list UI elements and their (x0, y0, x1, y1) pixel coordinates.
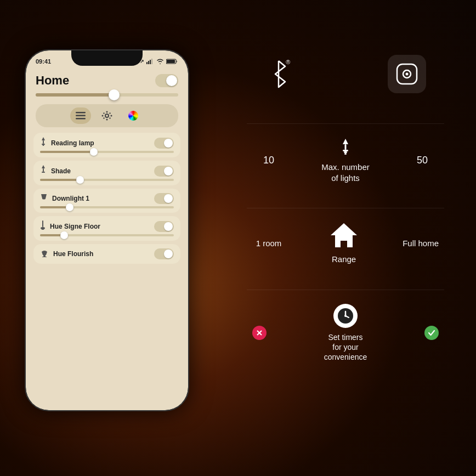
home-header: Home (26, 70, 188, 93)
lights-row: 10 Max. numberof lights 50 (236, 127, 455, 194)
range-left-value: 1 room (252, 239, 285, 248)
svg-point-33 (405, 73, 408, 76)
bluetooth-icon-container: ® (265, 58, 292, 90)
light-slider-shade[interactable] (40, 179, 174, 181)
light-item-reading[interactable]: Reading lamp (33, 133, 180, 157)
svg-rect-7 (76, 115, 86, 117)
light-slider-signe[interactable] (40, 234, 174, 236)
tab-bar (36, 104, 178, 127)
timers-right-dot (424, 326, 439, 340)
svg-point-26 (42, 229, 44, 230)
brightness-slider[interactable] (36, 93, 178, 97)
lights-left-value: 10 (252, 155, 285, 166)
light-item-shade[interactable]: Shade (33, 161, 180, 185)
svg-point-45 (344, 315, 347, 317)
svg-rect-1 (148, 61, 149, 64)
tab-list[interactable] (70, 107, 91, 124)
svg-rect-35 (343, 150, 348, 151)
light-name-downlight: Downlight 1 (52, 195, 89, 202)
range-label: Range (332, 254, 356, 265)
svg-rect-34 (345, 144, 347, 150)
timers-center: Set timersfor yourconvenience (267, 304, 424, 362)
svg-rect-3 (151, 59, 152, 64)
light-toggle-reading[interactable] (154, 138, 174, 149)
brightness-fill (36, 93, 114, 97)
brightness-thumb (109, 89, 120, 100)
svg-point-16 (103, 117, 104, 118)
color-wheel-icon (128, 111, 138, 121)
light-item-downlight[interactable]: Downlight 1 (33, 189, 180, 213)
range-right-value: Full home (403, 239, 439, 248)
house-icon (330, 222, 358, 250)
timers-left-dot (252, 326, 267, 340)
svg-line-29 (273, 61, 279, 66)
lamp-icon-flourish (40, 250, 49, 259)
light-slider-downlight[interactable] (40, 206, 174, 208)
svg-line-30 (273, 82, 279, 87)
range-row: 1 room Range Full home (236, 211, 455, 276)
light-toggle-flourish[interactable] (154, 248, 174, 259)
toggle-knob (166, 75, 177, 86)
connectivity-row: ® (236, 44, 455, 104)
svg-point-13 (111, 115, 112, 117)
svg-marker-38 (331, 223, 357, 247)
home-toggle[interactable] (155, 74, 178, 87)
divider-1 (247, 123, 444, 124)
clock-icon (337, 307, 354, 325)
lamp-center-icon (339, 138, 352, 157)
svg-rect-24 (42, 220, 43, 227)
phone-screen: 09:41 ↗ (26, 50, 188, 410)
svg-point-12 (102, 115, 104, 117)
svg-rect-20 (43, 145, 44, 146)
range-center: Range (285, 222, 403, 265)
lights-label: Max. numberof lights (321, 162, 370, 183)
light-item-flourish[interactable]: Hue Flourish (33, 244, 180, 264)
light-toggle-downlight[interactable] (154, 193, 174, 204)
svg-rect-36 (344, 151, 347, 153)
bridge-icon (395, 62, 419, 86)
svg-point-23 (42, 197, 46, 199)
svg-rect-19 (42, 144, 45, 145)
cross-icon (256, 330, 263, 336)
timers-row: Set timersfor yourconvenience (236, 293, 455, 373)
light-toggle-signe[interactable] (154, 221, 174, 232)
light-toggle-shade[interactable] (154, 166, 174, 177)
light-item-signe[interactable]: Hue Signe Floor (33, 216, 180, 241)
signal-icon (146, 59, 154, 64)
lamp-icon-downlight (40, 194, 48, 203)
home-title: Home (36, 73, 69, 88)
phone-notch (71, 50, 143, 66)
list-icon (76, 112, 86, 120)
status-icons: ↗ (140, 59, 178, 64)
scenes-icon (101, 111, 112, 121)
svg-rect-28 (42, 257, 47, 257)
check-icon (428, 330, 435, 336)
bluetooth-section: ® (265, 58, 292, 90)
light-name-reading: Reading lamp (51, 139, 94, 147)
lamp-icon-signe (40, 220, 46, 232)
svg-rect-27 (43, 255, 46, 257)
status-time: 09:41 (36, 58, 51, 65)
timers-label: Set timersfor yourconvenience (324, 332, 367, 362)
svg-rect-37 (344, 153, 347, 155)
light-name-shade: Shade (51, 167, 71, 175)
svg-rect-18 (43, 140, 44, 144)
tab-scenes[interactable] (97, 107, 117, 124)
light-name-signe: Hue Signe Floor (50, 223, 100, 230)
lamp-icon-shade (40, 165, 47, 177)
svg-point-10 (106, 111, 108, 113)
svg-rect-2 (150, 60, 151, 64)
svg-rect-22 (42, 172, 45, 173)
light-slider-reading[interactable] (40, 151, 174, 153)
svg-point-15 (109, 112, 110, 114)
phone-frame: 09:41 ↗ (25, 49, 189, 411)
bridge-icon-container (388, 55, 426, 93)
svg-rect-21 (43, 168, 44, 172)
svg-point-11 (106, 119, 108, 121)
svg-rect-8 (76, 118, 86, 120)
svg-point-14 (103, 112, 104, 114)
lights-center: Max. numberof lights (285, 138, 406, 183)
svg-rect-6 (76, 112, 86, 114)
tab-color[interactable] (123, 107, 144, 124)
svg-rect-5 (167, 60, 175, 63)
